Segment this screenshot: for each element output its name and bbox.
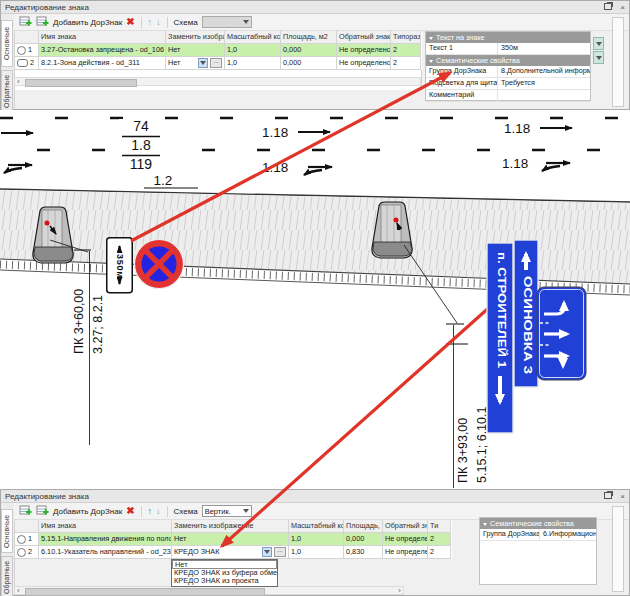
col-scale[interactable]: Масштабный ко: [289, 520, 344, 533]
prop-row-comment[interactable]: Комментарий: [426, 90, 590, 102]
col-replace[interactable]: Заменить изобра: [166, 31, 225, 44]
panel-titlebar-bottom[interactable]: Редактирование знака ×: [1, 490, 629, 503]
merge-arrow[interactable]: [4, 165, 32, 173]
row-selector-icon[interactable]: [17, 548, 26, 557]
scroll-right-icon[interactable]: ›: [396, 587, 403, 594]
add-sign-icon[interactable]: [19, 16, 32, 28]
cell-size[interactable]: 2: [428, 533, 451, 546]
prop-row-light[interactable]: Подсветка для щита Требуется: [426, 78, 590, 90]
add-sign-alt-icon[interactable]: [36, 16, 49, 28]
browse-button[interactable]: ...: [210, 58, 222, 68]
merge-arrow[interactable]: [542, 163, 570, 171]
merge-arrow[interactable]: [304, 167, 332, 175]
cell-scale[interactable]: 1,0: [225, 44, 281, 57]
bus-stop-pavilion[interactable]: [33, 207, 73, 263]
cell-reverse[interactable]: Не определено: [383, 533, 428, 546]
horizontal-scrollbar[interactable]: ‹ ›: [14, 586, 404, 595]
prop-value[interactable]: Требуется: [498, 78, 590, 89]
cell-replace[interactable]: Нет: [166, 44, 225, 57]
dropdown-option[interactable]: КРЕДО ЗНАК из буфера обмена: [172, 569, 277, 578]
schema-select[interactable]: Вертик.: [202, 505, 252, 517]
move-down-icon[interactable]: ↓: [156, 506, 161, 516]
delete-sign-icon[interactable]: ✖: [126, 17, 134, 27]
table-row[interactable]: 2 8.2.1-Зона действия - od_311 Нет... 1,…: [15, 57, 422, 70]
lane-directions-sign[interactable]: [537, 287, 586, 380]
cell-replace-combo[interactable]: КРЕДО ЗНАК...: [172, 546, 289, 559]
section-semantic-props[interactable]: Семантические свойства: [480, 518, 596, 529]
row-selector-icon[interactable]: [17, 46, 26, 55]
cell-sign-name[interactable]: 6.10.1-Указатель направлений - od_233: [39, 546, 172, 559]
prop-value[interactable]: 6.Информационные: [540, 529, 596, 540]
cell-size[interactable]: 2: [391, 57, 421, 70]
mini-scrollbar[interactable]: [593, 37, 604, 64]
float-window-icon[interactable]: [604, 492, 614, 501]
browse-button[interactable]: ...: [274, 547, 286, 557]
scroll-left-icon[interactable]: ‹: [15, 587, 22, 594]
row-selector-icon[interactable]: [17, 59, 28, 67]
horizontal-scrollbar[interactable]: ‹: [14, 77, 421, 86]
table-row[interactable]: 1 3.27-Остановка запрещена - od_106 Нет …: [15, 44, 422, 57]
cell-size[interactable]: 2: [391, 44, 421, 57]
col-name[interactable]: Имя знака: [39, 31, 166, 44]
dropdown-option[interactable]: КРЕДО ЗНАК из проекта: [172, 577, 277, 586]
chevron-down-icon[interactable]: [198, 58, 208, 68]
scrollbar-thumb[interactable]: [25, 79, 137, 87]
move-up-icon[interactable]: ↑: [148, 17, 153, 27]
col-reverse[interactable]: Обратный знак: [337, 31, 391, 44]
prop-row-text1[interactable]: Текст 1 350м: [426, 43, 590, 55]
add-sign-button[interactable]: Добавить ДорЗнак: [53, 18, 122, 27]
add-sign-alt-icon[interactable]: [36, 505, 49, 517]
section-text-on-sign[interactable]: Текст на знаке: [426, 32, 590, 43]
section-semantic-props[interactable]: Семантические свойства: [426, 55, 590, 66]
cell-scale[interactable]: 1,0: [289, 533, 344, 546]
cell-reverse[interactable]: Не определено: [337, 57, 391, 70]
cell-size[interactable]: 2: [428, 546, 451, 559]
add-sign-icon[interactable]: [19, 505, 32, 517]
col-area[interactable]: Площадь, м2: [281, 31, 337, 44]
cell-sign-name[interactable]: 8.2.1-Зона действия - od_311: [39, 57, 166, 70]
col-scale[interactable]: Масштабный ко: [225, 31, 281, 44]
cell-replace-combo[interactable]: Нет...: [166, 57, 225, 70]
table-row[interactable]: 1 5.15.1-Направления движения по полосам…: [15, 533, 452, 546]
col-replace[interactable]: Заменить изображение: [172, 520, 289, 533]
dropdown-option[interactable]: Нет: [172, 560, 277, 569]
chevron-down-icon[interactable]: [262, 547, 272, 557]
direction-sign-street[interactable]: п. СТРОИТЕЛЕЙ 1: [487, 243, 513, 433]
cell-scale[interactable]: 1,0: [225, 57, 281, 70]
cell-scale[interactable]: 1,0: [289, 546, 344, 559]
zone-sign-350m[interactable]: 350м: [107, 238, 133, 293]
close-icon[interactable]: ×: [620, 3, 625, 12]
prop-value[interactable]: 350м: [498, 43, 590, 54]
schema-select[interactable]: [202, 16, 252, 28]
float-window-icon[interactable]: [604, 3, 614, 12]
collapsed-panel-strip[interactable]: [612, 17, 624, 107]
scroll-left-icon[interactable]: ‹: [15, 78, 22, 85]
col-reverse[interactable]: Обратный знак: [383, 520, 428, 533]
delete-sign-icon[interactable]: ✖: [126, 506, 134, 516]
move-down-icon[interactable]: ↓: [156, 17, 161, 27]
move-up-icon[interactable]: ↑: [148, 506, 153, 516]
col-area[interactable]: Площадь,: [344, 520, 383, 533]
tab-main[interactable]: Основные: [1, 509, 13, 553]
panel-titlebar-top[interactable]: Редактирование знака ×: [1, 1, 629, 14]
cell-reverse[interactable]: Не определено: [383, 546, 428, 559]
prop-value[interactable]: 8.Дополнительной информации: [498, 66, 590, 77]
cell-sign-name[interactable]: 3.27-Остановка запрещена - od_106: [39, 44, 166, 57]
scrollbar-thumb[interactable]: [25, 588, 265, 596]
cell-replace[interactable]: Нет: [172, 533, 289, 546]
tab-reverse[interactable]: Обратные: [1, 556, 13, 596]
prop-row-group[interactable]: Группа ДорЗнака 6.Информационные: [480, 529, 596, 541]
prop-value[interactable]: [498, 90, 590, 101]
table-row[interactable]: 2 6.10.1-Указатель направлений - od_233 …: [15, 546, 452, 559]
bus-stop-pavilion[interactable]: [372, 202, 412, 258]
scroll-down-icon[interactable]: [593, 37, 604, 50]
col-name[interactable]: Имя знака: [39, 520, 172, 533]
no-stopping-sign[interactable]: [135, 240, 184, 289]
col-size[interactable]: Типоразм: [391, 31, 421, 44]
collapsed-panel-strip[interactable]: [612, 506, 624, 592]
row-selector-icon[interactable]: [17, 535, 26, 544]
cell-sign-name[interactable]: 5.15.1-Направления движения по полосам .…: [39, 533, 172, 546]
col-size[interactable]: Ти: [428, 520, 451, 533]
tab-reverse[interactable]: Обратные: [1, 70, 13, 112]
close-icon[interactable]: ×: [620, 492, 625, 501]
